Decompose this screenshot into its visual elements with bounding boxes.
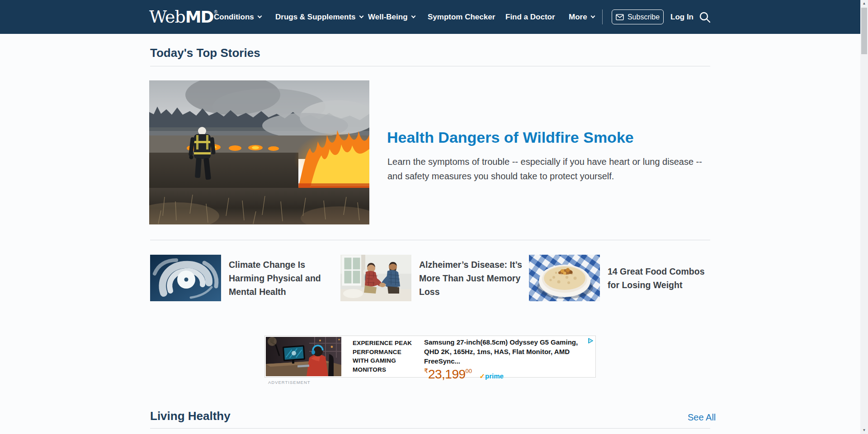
nav-item-find-a-doctor[interactable]: Find a Doctor (505, 0, 555, 34)
price-value: 23,199 (428, 367, 466, 381)
story-title[interactable]: 14 Great Food Combos for Losing Weight (608, 265, 714, 292)
login-label: Log In (670, 13, 693, 22)
hero-story-title[interactable]: Health Dangers of Wildfire Smoke (387, 129, 634, 146)
story-card-climate-change[interactable]: Climate Change Is Harming Physical and M… (150, 255, 325, 301)
nav-label: Conditions (214, 13, 254, 22)
story-title[interactable]: Alzheimer’s Disease: It’s More Than Just… (419, 258, 524, 299)
story-image-hurricane[interactable] (150, 255, 221, 301)
ad-banner[interactable]: EXPERIENCE PEAK PERFORMANCE WITH GAMING … (264, 336, 596, 378)
subscribe-label: Subscribe (627, 13, 660, 21)
vertical-scrollbar[interactable]: ▲ ▼ (860, 0, 868, 434)
story-image-two-men-talking[interactable] (340, 255, 411, 301)
story-card-food-combos[interactable]: 14 Great Food Combos for Losing Weight (529, 255, 714, 301)
nav-label: Drugs & Supplements (275, 13, 356, 22)
see-all-link[interactable]: See All (688, 412, 716, 423)
nav-item-well-being[interactable]: Well-Being (368, 0, 415, 34)
nav-label: Well-Being (368, 13, 408, 22)
hero-story-description: Learn the symptoms of trouble -- especia… (387, 154, 713, 183)
prime-check-icon: ✓ (479, 372, 485, 380)
ad-image-gaming-setup[interactable] (266, 337, 341, 376)
adchoices-icon[interactable] (587, 337, 594, 344)
nav-item-conditions[interactable]: Conditions (214, 0, 261, 34)
prime-badge: ✓prime (479, 372, 503, 380)
ad-price: ₹23,19900 ✓prime (424, 367, 585, 382)
top-navbar: WebMD® Conditions Drugs & Supplements We… (0, 0, 860, 34)
chevron-down-icon (359, 14, 363, 18)
nav-label: Symptom Checker (428, 13, 495, 22)
chevron-down-icon (257, 14, 262, 18)
section-title-top-stories: Today's Top Stories (150, 46, 260, 60)
scroll-down-arrow[interactable]: ▼ (860, 427, 868, 434)
subscribe-button[interactable]: Subscribe (612, 9, 664, 24)
nav-item-drugs-supplements[interactable]: Drugs & Supplements (275, 0, 363, 34)
login-button[interactable]: Log In (670, 0, 693, 34)
story-title[interactable]: Climate Change Is Harming Physical and M… (229, 258, 325, 299)
story-card-alzheimers[interactable]: Alzheimer’s Disease: It’s More Than Just… (340, 255, 524, 301)
nav-item-more[interactable]: More (569, 0, 594, 34)
ad-product-block[interactable]: Samsung 27-inch(68.5cm) Odyssey G5 Gamin… (424, 337, 585, 382)
logo-md-text: MD (185, 8, 213, 26)
logo-web-text: Web (149, 7, 185, 27)
search-icon[interactable] (698, 11, 711, 25)
chevron-down-icon (590, 14, 595, 18)
currency-symbol: ₹ (424, 367, 428, 374)
ad-headline-line: WITH GAMING (353, 356, 412, 365)
hero-image-wildfire[interactable] (149, 80, 369, 224)
story-image-oatmeal-bowl[interactable] (529, 255, 600, 301)
ad-headline-line: PERFORMANCE (353, 348, 412, 357)
section-divider (150, 66, 710, 66)
chevron-down-icon (411, 14, 415, 18)
section-title-living-healthy: Living Healthy (150, 409, 231, 423)
envelope-icon (616, 14, 624, 20)
nav-label: More (569, 13, 587, 22)
stories-divider (150, 240, 710, 240)
scrollbar-thumb[interactable] (861, 8, 867, 54)
ad-product-title[interactable]: Samsung 27-inch(68.5cm) Odyssey G5 Gamin… (424, 337, 585, 366)
nav-item-symptom-checker[interactable]: Symptom Checker (428, 0, 495, 34)
ad-headline-line: MONITORS (353, 365, 412, 374)
navbar-divider (602, 9, 603, 24)
living-healthy-divider (150, 428, 710, 429)
advertisement-label: ADVERTISEMENT (268, 380, 311, 385)
nav-label: Find a Doctor (505, 13, 555, 22)
ad-headline-line: EXPERIENCE PEAK (353, 339, 412, 348)
price-fraction: 00 (466, 368, 472, 374)
webmd-logo[interactable]: WebMD® (149, 7, 217, 27)
scroll-up-arrow[interactable]: ▲ (860, 0, 868, 7)
ad-headline[interactable]: EXPERIENCE PEAK PERFORMANCE WITH GAMING … (353, 339, 412, 374)
